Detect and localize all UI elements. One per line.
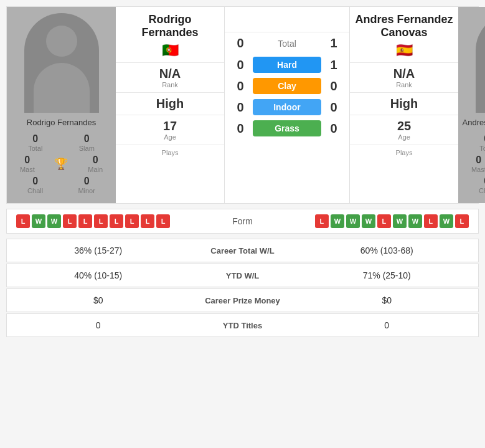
right-player-photo: Andres Fernandez Canovas 0 Total 0 Slam … [458,7,485,203]
ytd-wl-label: YTD W/L [181,271,305,280]
right-stat-row-1: 0 Total 0 Slam [461,133,485,152]
left-total-label: Total [28,145,42,152]
form-badge: L [156,214,170,228]
form-badge: L [315,214,329,228]
left-slam-value: 0 [79,133,95,145]
left-minor-value: 0 [78,176,95,187]
indoor-left-score: 0 [231,100,250,115]
form-badge: W [32,214,45,228]
form-badge: L [110,214,123,228]
left-age-section: 17 Age [116,115,224,145]
form-badge: L [16,214,30,228]
form-badge: L [377,214,391,228]
form-badge: W [408,214,422,228]
player-comparison: Rodrigo Fernandes 0 Total 0 Slam 0 Mast [6,6,479,204]
right-mast-stat: 0 Mast [471,155,485,173]
right-stat-row-2: 0 Mast 🏆 0 Main [461,155,485,173]
grass-right-score: 0 [324,122,343,136]
indoor-button: Indoor [253,99,321,115]
ytd-wl-row: 40% (10-15) YTD W/L 71% (25-10) [6,264,479,287]
left-plays-section: Plays [116,145,224,160]
left-plays-label: Plays [119,149,221,156]
right-mast-value: 0 [471,155,485,166]
right-plays-section: Plays [350,145,458,160]
right-total-stat: 0 Total [479,133,485,152]
ytd-titles-label: YTD Titles [181,321,305,330]
form-badge: L [455,214,469,228]
left-minor-label: Minor [78,187,95,194]
right-rank-section: N/A Rank [350,62,458,92]
left-player-name: Rodrigo Fernandes [116,7,224,41]
indoor-right-score: 0 [324,100,343,115]
form-badge: W [393,214,407,228]
ytd-titles-right: 0 [305,320,469,330]
left-chall-stat: 0 Chall [27,176,43,194]
grass-button: Grass [253,120,321,136]
right-mast-label: Mast [471,166,485,173]
total-row: 0 Total 1 [225,32,349,54]
grass-left-score: 0 [231,122,250,136]
total-label: Total [250,39,324,49]
form-badge: W [346,214,360,228]
total-left-score: 0 [231,36,250,50]
clay-button: Clay [253,78,321,94]
left-total-stat: 0 Total [28,133,42,152]
right-player-stats: 0 Total 0 Slam 0 Mast 🏆 0 [461,133,485,197]
right-form-badges: LWWWLWWLWL [315,214,469,228]
ytd-wl-right: 71% (25-10) [305,270,469,280]
right-player-name: Andres Fernandez Canovas [350,7,458,41]
clay-right-score: 0 [324,79,343,93]
match-panel: 0 Total 1 0 Hard 1 0 Clay 0 0 Indoor 0 [225,7,349,203]
right-high-section: High [350,92,458,115]
left-stat-row-1: 0 Total 0 Slam [10,133,113,152]
right-age-section: 25 Age [350,115,458,145]
right-age-value: 25 [353,119,455,133]
ytd-wl-left: 40% (10-15) [16,270,181,280]
left-avatar [24,13,99,113]
prize-row: $0 Career Prize Money $0 [6,288,479,312]
left-rank-value: N/A [119,67,221,81]
hard-right-score: 1 [324,58,343,72]
right-rank-label: Rank [353,81,455,88]
right-high-value: High [353,97,455,111]
form-badge: L [63,214,77,228]
left-mast-label: Mast [20,166,35,173]
hard-button: Hard [253,57,321,73]
left-total-value: 0 [28,133,42,145]
left-main-label: Main [88,166,103,173]
ytd-titles-left: 0 [16,320,181,330]
left-player-name-photo: Rodrigo Fernandes [27,118,96,127]
left-age-value: 17 [119,119,221,133]
form-badge: L [424,214,438,228]
indoor-row: 0 Indoor 0 [225,97,349,118]
left-stat-row-2: 0 Mast 🏆 0 Main [10,155,113,173]
left-main-value: 0 [88,155,103,166]
hard-row: 0 Hard 1 [225,54,349,75]
form-badge: L [78,214,92,228]
left-high-value: High [119,97,221,111]
left-form-badges: LWWLLLLLLL [16,214,170,228]
left-player-photo: Rodrigo Fernandes 0 Total 0 Slam 0 Mast [7,7,116,203]
prize-label: Career Prize Money [181,296,305,305]
right-stats-panel: Andres Fernandez Canovas 🇪🇸 N/A Rank Hig… [349,7,458,203]
form-badge: W [331,214,344,228]
form-badge: W [47,214,61,228]
career-label: Career Total W/L [181,246,305,255]
right-chall-label: Chall [479,187,485,194]
left-rank-label: Rank [119,81,221,88]
right-age-label: Age [353,133,455,141]
left-rank-section: N/A Rank [116,62,224,92]
left-main-stat: 0 Main [88,155,103,173]
left-mast-value: 0 [20,155,35,166]
left-high-section: High [116,92,224,115]
right-flag: 🇪🇸 [396,42,413,59]
left-chall-value: 0 [27,176,43,187]
left-player-stats: 0 Total 0 Slam 0 Mast 🏆 0 [10,133,113,197]
right-rank-value: N/A [353,67,455,81]
career-left: 36% (15-27) [16,245,181,255]
prize-right: $0 [305,295,469,305]
form-section: LWWLLLLLLL Form LWWWLWWLWL [6,209,479,234]
left-stats-panel: Rodrigo Fernandes 🇵🇹 N/A Rank High 17 Ag… [116,7,225,203]
left-avatar-head [46,26,77,57]
main-container: Rodrigo Fernandes 0 Total 0 Slam 0 Mast [0,0,485,345]
